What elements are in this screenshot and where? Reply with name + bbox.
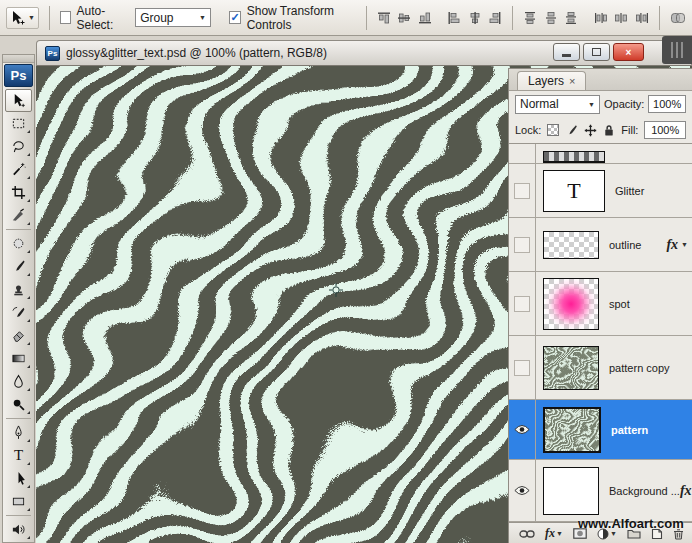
layer-thumbnail[interactable]: T — [543, 170, 605, 212]
lock-all-icon[interactable] — [603, 124, 615, 137]
lasso-icon — [11, 139, 26, 154]
layer-name[interactable]: outline — [609, 239, 641, 251]
link-layers-button[interactable] — [519, 529, 535, 539]
distribute-horizontal-centers-icon[interactable] — [614, 9, 628, 27]
tool-history-brush[interactable] — [5, 301, 32, 324]
tool-gradient[interactable] — [5, 347, 32, 370]
layer-name[interactable]: Background ... — [609, 485, 680, 497]
tab-close-icon[interactable]: × — [569, 75, 575, 87]
move-tool-icon — [10, 10, 26, 26]
visibility-toggle[interactable] — [514, 360, 530, 376]
layer-style-fx-icon[interactable]: fx — [680, 483, 692, 499]
auto-select-mode-dropdown[interactable]: Group ▼ — [135, 8, 211, 27]
watermark-text: www.Alfoart.com — [578, 516, 684, 531]
align-horizontal-centers-icon[interactable] — [467, 9, 481, 27]
tool-brush[interactable] — [5, 255, 32, 278]
layer-thumbnail[interactable] — [543, 407, 601, 453]
tool-shape[interactable] — [5, 490, 32, 513]
layer-thumbnail[interactable] — [543, 278, 599, 330]
toolbox-grip[interactable] — [3, 55, 34, 63]
align-bottom-edges-icon[interactable] — [417, 9, 431, 27]
document-titlebar[interactable]: Ps glossy&glitter_text.psd @ 100% (patte… — [36, 40, 692, 66]
tool-crop[interactable] — [5, 181, 32, 204]
eye-icon[interactable] — [514, 424, 530, 435]
photoshop-logo[interactable]: Ps — [4, 64, 33, 87]
visibility-toggle[interactable] — [514, 183, 530, 199]
layer-row[interactable]: outline fx▼ — [509, 218, 692, 272]
crosshair-cursor — [328, 282, 344, 298]
blend-mode-row: Normal ▼ Opacity: 100% — [509, 91, 692, 117]
tool-slice[interactable] — [5, 204, 32, 227]
tool-rectangular-marquee[interactable] — [5, 112, 32, 135]
layer-thumbnail[interactable] — [543, 346, 599, 390]
layer-row-selected[interactable]: pattern — [509, 400, 692, 460]
healing-patch-icon — [11, 236, 26, 251]
align-vertical-centers-icon[interactable] — [397, 9, 411, 27]
maximize-button[interactable] — [583, 43, 610, 61]
layer-row[interactable]: T Glitter — [509, 164, 692, 218]
auto-align-layers-icon[interactable] — [670, 9, 686, 27]
layer-thumbnail[interactable] — [543, 231, 599, 259]
layer-row-clipped[interactable] — [509, 144, 692, 164]
minimize-button[interactable] — [553, 43, 580, 61]
blend-mode-dropdown[interactable]: Normal ▼ — [515, 95, 600, 114]
layer-style-fx-icon[interactable]: fx — [666, 237, 678, 253]
close-button[interactable]: × — [613, 43, 644, 61]
chevron-down-icon[interactable]: ▼ — [681, 241, 688, 248]
chevron-down-icon: ▼ — [28, 14, 35, 21]
layer-thumbnail[interactable] — [543, 467, 599, 515]
panel-tab-bar: Layers × — [509, 69, 692, 91]
rectangle-shape-icon — [11, 494, 26, 509]
distribute-top-edges-icon[interactable] — [523, 9, 537, 27]
layer-name[interactable]: pattern — [611, 424, 648, 436]
align-left-edges-icon[interactable] — [447, 9, 461, 27]
align-right-edges-icon[interactable] — [488, 9, 502, 27]
opacity-field[interactable]: 100% — [648, 95, 686, 113]
show-transform-checkbox[interactable]: ✓ — [229, 11, 240, 24]
tool-lasso[interactable] — [5, 135, 32, 158]
distribute-vertical-centers-icon[interactable] — [544, 9, 558, 27]
layer-row[interactable]: Background ... fx▼ — [509, 460, 692, 522]
lock-position-icon[interactable] — [584, 124, 597, 137]
check-icon: ✓ — [230, 11, 239, 24]
tool-path-selection[interactable] — [5, 467, 32, 490]
layers-panel: Layers × Normal ▼ Opacity: 100% Lock: Fi… — [508, 68, 692, 543]
tool-magic-wand[interactable] — [5, 158, 32, 181]
distribute-bottom-edges-icon[interactable] — [564, 9, 578, 27]
tool-pen[interactable] — [5, 421, 32, 444]
lock-transparency-icon[interactable] — [547, 124, 559, 136]
visibility-toggle[interactable] — [514, 237, 530, 253]
auto-select-checkbox[interactable] — [60, 11, 71, 24]
marquee-icon — [11, 116, 26, 131]
eye-icon[interactable] — [514, 485, 530, 496]
layer-style-button[interactable]: fx▼ — [545, 526, 563, 541]
tool-type[interactable]: T — [5, 444, 32, 467]
tool-move[interactable] — [5, 89, 32, 112]
visibility-toggle[interactable] — [514, 296, 530, 312]
palette-dock-grip[interactable] — [662, 36, 692, 64]
tool-eraser[interactable] — [5, 324, 32, 347]
layer-row[interactable]: spot — [509, 272, 692, 336]
gradient-icon — [11, 351, 26, 366]
align-top-edges-icon[interactable] — [376, 9, 390, 27]
tool-blur[interactable] — [5, 370, 32, 393]
distribute-right-edges-icon[interactable] — [635, 9, 649, 27]
tool-preset-picker[interactable]: ▼ — [6, 7, 39, 29]
pen-icon — [11, 425, 26, 440]
pink-spot — [544, 279, 598, 329]
lock-row: Lock: Fill: 100% — [509, 117, 692, 143]
layers-tab[interactable]: Layers × — [517, 71, 586, 90]
tool-dodge[interactable] — [5, 393, 32, 416]
distribute-left-edges-icon[interactable] — [594, 9, 608, 27]
layer-name[interactable]: spot — [609, 298, 630, 310]
toolbox: Ps — [2, 54, 35, 543]
layer-name[interactable]: Glitter — [615, 185, 644, 197]
layers-tab-label: Layers — [528, 74, 564, 88]
fill-field[interactable]: 100% — [644, 121, 686, 139]
layer-name[interactable]: pattern copy — [609, 362, 670, 374]
tool-healing-brush[interactable] — [5, 232, 32, 255]
tool-notes[interactable] — [5, 518, 32, 541]
tool-clone-stamp[interactable] — [5, 278, 32, 301]
layer-row[interactable]: pattern copy — [509, 336, 692, 400]
lock-pixels-icon[interactable] — [565, 124, 578, 137]
